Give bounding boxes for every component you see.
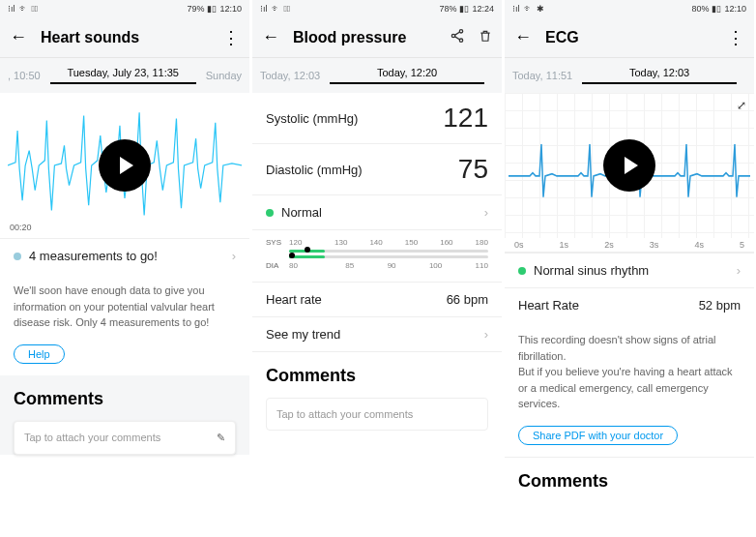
chevron-right-icon: ›	[484, 205, 488, 220]
status-dot-icon	[14, 253, 21, 260]
hr-value: 52 bpm	[699, 298, 741, 313]
clock: 12:10	[219, 4, 242, 14]
systolic-row: Systolic (mmHg) 121	[252, 93, 502, 143]
systolic-label: Systolic (mmHg)	[266, 111, 443, 126]
measurements-row[interactable]: 4 measurements to go! ›	[0, 238, 249, 273]
page-title: ECG	[545, 29, 727, 46]
dia-ticks: 808590100110	[289, 261, 488, 270]
share-pdf-button[interactable]: Share PDF with your doctor	[518, 426, 678, 445]
waveform-area: 00:20	[0, 93, 249, 238]
header: ← Heart sounds ⋮	[0, 17, 249, 58]
date-next[interactable]: Sunday	[206, 70, 242, 81]
bluetooth-icon: ✱⃠	[32, 4, 39, 14]
header: ← Blood pressure	[252, 17, 502, 58]
battery-percent: 78%	[439, 4, 456, 14]
comments-header: Comments	[0, 375, 249, 417]
date-tabs[interactable]: Today, 11:51 Today, 12:03	[505, 58, 754, 93]
info-text: We'll soon have enough data to give you …	[0, 273, 249, 341]
signal-icon: ⁝ıl	[512, 4, 520, 14]
rhythm-status-row[interactable]: Normal sinus rhythm ›	[505, 253, 754, 287]
comments-placeholder: Tap to attach your comments	[24, 432, 160, 443]
bluetooth-icon: ✱	[537, 4, 544, 14]
status-dot-icon	[266, 209, 274, 217]
back-button[interactable]: ←	[514, 27, 532, 47]
battery-percent: 79%	[187, 4, 204, 14]
play-button[interactable]	[603, 139, 655, 192]
date-tabs[interactable]: Today, 12:03 Today, 12:20	[252, 58, 502, 93]
diastolic-value: 75	[458, 154, 488, 185]
date-current[interactable]: Tuesday, July 23, 11:35	[50, 67, 196, 84]
see-trend-row[interactable]: See my trend ›	[252, 316, 502, 351]
battery-icon: ▮▯	[207, 4, 217, 14]
bluetooth-icon: ✱⃠	[284, 4, 291, 14]
dia-scale-bar	[289, 255, 488, 258]
more-icon[interactable]: ⋮	[727, 27, 744, 48]
page-title: Heart sounds	[41, 29, 222, 46]
share-icon[interactable]	[450, 28, 465, 47]
page-title: Blood pressure	[293, 29, 450, 46]
diastolic-label: Diastolic (mmHg)	[266, 163, 458, 177]
delete-icon[interactable]	[479, 28, 492, 47]
svg-line-3	[454, 32, 459, 35]
date-current[interactable]: Today, 12:03	[582, 67, 737, 84]
wifi-icon: ᯤ	[272, 4, 280, 14]
date-tabs[interactable]: , 10:50 Tuesday, July 23, 11:35 Sunday	[0, 58, 249, 93]
sys-scale-label: SYS	[266, 238, 289, 247]
date-prev[interactable]: , 10:50	[8, 70, 41, 81]
status-dot-icon	[518, 267, 526, 275]
dia-scale-label: DIA	[266, 261, 289, 270]
date-current[interactable]: Today, 12:20	[330, 67, 484, 84]
heart-rate-row: Heart Rate 52 bpm	[505, 287, 754, 322]
status-bar: ⁝ıl ᯤ ✱⃠ 78% ▮▯ 12:24	[252, 0, 502, 17]
comments-placeholder: Tap to attach your comments	[276, 408, 413, 420]
back-button[interactable]: ←	[262, 27, 279, 47]
trend-label: See my trend	[266, 327, 479, 342]
phone-ecg: ⁝ıl ᯤ ✱ 80% ▮▯ 12:10 ← ECG ⋮ Today, 11:5…	[505, 0, 754, 537]
heart-rate-row: Heart rate 66 bpm	[252, 282, 502, 316]
comments-header: Comments	[252, 352, 502, 394]
comments-input[interactable]: Tap to attach your comments	[266, 398, 488, 431]
waveform-timestamp: 00:20	[10, 223, 32, 232]
ecg-area: ⤢	[505, 93, 754, 238]
wifi-icon: ᯤ	[524, 4, 533, 14]
signal-icon: ⁝ıl	[8, 4, 15, 14]
phone-blood-pressure: ⁝ıl ᯤ ✱⃠ 78% ▮▯ 12:24 ← Blood pressure T…	[252, 0, 502, 537]
systolic-value: 121	[443, 103, 488, 134]
wifi-icon: ᯤ	[19, 4, 28, 14]
battery-percent: 80%	[691, 4, 709, 14]
phone-heart-sounds: ⁝ıl ᯤ ✱⃠ 79% ▮▯ 12:10 ← Heart sounds ⋮ ,…	[0, 0, 249, 537]
clock: 12:10	[724, 4, 746, 14]
help-button[interactable]: Help	[14, 344, 65, 364]
header: ← ECG ⋮	[505, 17, 754, 58]
chevron-right-icon: ›	[737, 263, 741, 278]
ecg-info-text: This recording doesn't show signs of atr…	[505, 322, 754, 422]
date-prev[interactable]: Today, 12:03	[260, 70, 320, 81]
ecg-time-ticks: 0s1s2s3s4s5	[505, 238, 754, 253]
chevron-right-icon: ›	[484, 327, 488, 342]
battery-icon: ▮▯	[459, 4, 469, 14]
back-button[interactable]: ←	[10, 27, 27, 47]
date-prev[interactable]: Today, 11:51	[512, 70, 572, 81]
bp-status-row[interactable]: Normal ›	[252, 194, 502, 229]
play-button[interactable]	[99, 139, 151, 192]
clock: 12:24	[472, 4, 494, 14]
diastolic-row: Diastolic (mmHg) 75	[252, 143, 502, 194]
svg-line-4	[454, 36, 459, 39]
comments-input[interactable]: Tap to attach your comments ✎	[14, 421, 236, 455]
hr-value: 66 bpm	[447, 292, 488, 307]
bp-status-label: Normal	[281, 205, 479, 220]
pencil-icon: ✎	[217, 432, 225, 444]
chevron-right-icon: ›	[232, 249, 236, 263]
more-icon[interactable]: ⋮	[222, 27, 240, 48]
status-bar: ⁝ıl ᯤ ✱⃠ 79% ▮▯ 12:10	[0, 0, 249, 17]
bp-scale: SYS 120130140150160180 DIA 808590100110	[252, 229, 502, 282]
hr-label: Heart Rate	[518, 298, 699, 313]
status-bar: ⁝ıl ᯤ ✱ 80% ▮▯ 12:10	[505, 0, 754, 17]
sys-ticks: 120130140150160180	[289, 238, 488, 247]
hr-label: Heart rate	[266, 292, 447, 307]
sys-scale-bar	[289, 250, 488, 253]
expand-icon[interactable]: ⤢	[737, 99, 746, 112]
comments-header: Comments	[505, 458, 754, 499]
rhythm-label: Normal sinus rhythm	[534, 263, 731, 278]
signal-icon: ⁝ıl	[260, 4, 268, 14]
